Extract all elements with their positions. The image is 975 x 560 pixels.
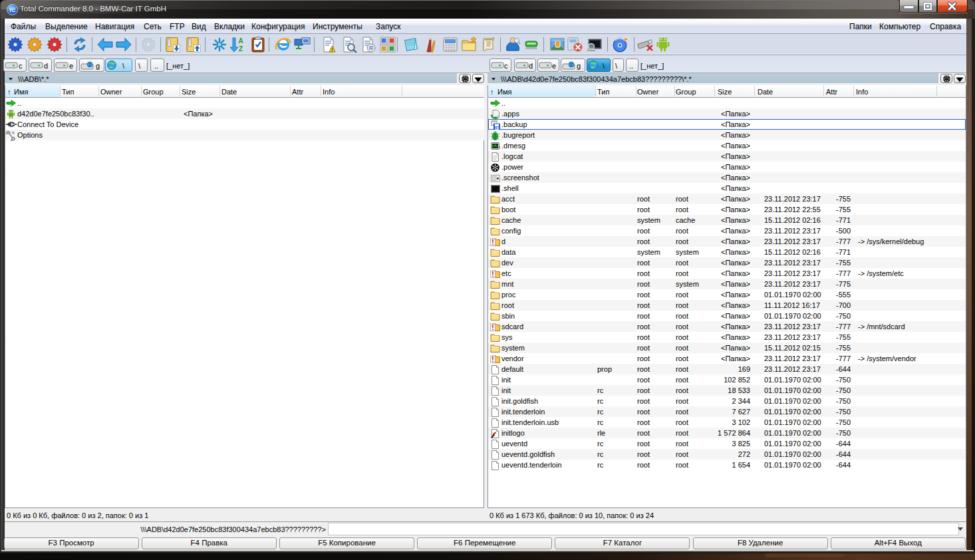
svg-text:A: A <box>238 37 243 45</box>
svg-text:!: ! <box>491 270 494 278</box>
svg-text:Z: Z <box>239 45 243 53</box>
svg-text:!: ! <box>331 47 333 52</box>
svg-text:!: ! <box>491 355 494 363</box>
svg-text:!: ! <box>491 238 494 246</box>
svg-text:!: ! <box>491 323 494 331</box>
